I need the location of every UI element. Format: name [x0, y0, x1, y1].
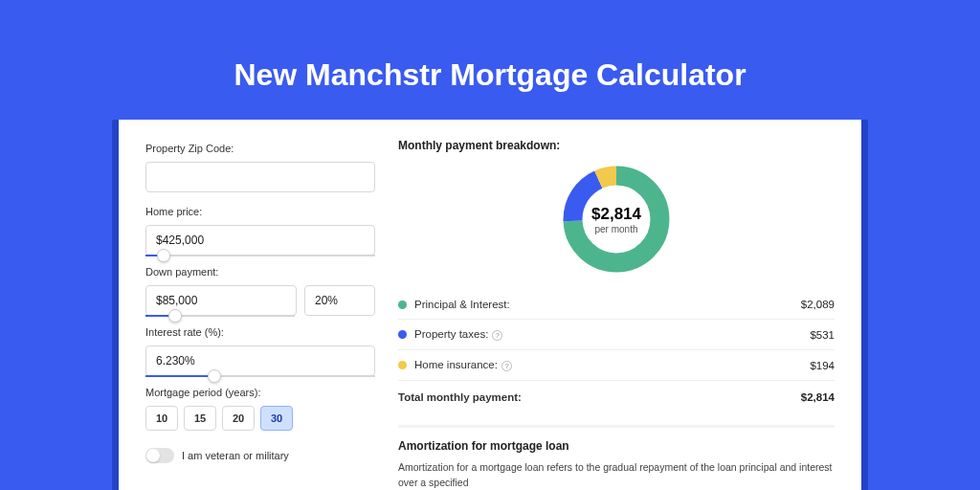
rate-label: Interest rate (%): [145, 326, 375, 338]
amortization-text: Amortization for a mortgage loan refers … [398, 460, 835, 490]
legend-value: $531 [810, 329, 835, 341]
period-option-20[interactable]: 20 [222, 406, 255, 431]
legend-label: Home insurance:? [414, 359, 810, 371]
legend-total-row: Total monthly payment:$2,814 [398, 381, 835, 412]
legend-value: $2,089 [801, 299, 835, 310]
rate-slider[interactable] [145, 375, 375, 377]
rate-input[interactable] [145, 345, 375, 376]
zip-input[interactable] [145, 162, 375, 192]
breakdown-panel: Monthly payment breakdown: $2,814 per mo… [398, 139, 835, 490]
legend-row-2: Home insurance:?$194 [398, 350, 835, 381]
down-percent-input[interactable] [304, 285, 375, 316]
amortization-section: Amortization for mortgage loan Amortizat… [398, 425, 835, 490]
donut-value: $2,814 [591, 205, 641, 224]
price-slider-thumb[interactable] [157, 249, 170, 262]
down-slider[interactable] [145, 315, 295, 317]
period-option-15[interactable]: 15 [184, 406, 216, 431]
down-slider-thumb[interactable] [168, 309, 182, 323]
info-icon[interactable]: ? [492, 330, 502, 341]
veteran-toggle[interactable] [145, 448, 174, 463]
card-shadow: Property Zip Code: Home price: Down paym… [112, 120, 868, 490]
total-label: Total monthly payment: [398, 391, 801, 403]
period-option-10[interactable]: 10 [145, 406, 178, 431]
rate-slider-thumb[interactable] [208, 369, 221, 383]
donut-sub: per month [594, 224, 637, 234]
calculator-card: Property Zip Code: Home price: Down paym… [119, 120, 861, 490]
down-amount-input[interactable] [145, 285, 297, 316]
legend-value: $194 [810, 360, 835, 371]
legend-label: Property taxes:? [414, 328, 810, 341]
legend-dot-icon [398, 330, 407, 339]
legend-row-1: Property taxes:?$531 [398, 320, 835, 350]
page-title: New Manchstr Mortgage Calculator [0, 0, 980, 120]
donut-chart: $2,814 per month [559, 162, 674, 277]
legend-dot-icon [398, 361, 407, 369]
period-option-30[interactable]: 30 [260, 406, 293, 431]
total-value: $2,814 [801, 391, 835, 403]
info-icon[interactable]: ? [501, 361, 512, 371]
period-options: 10152030 [145, 406, 375, 431]
toggle-knob [146, 449, 160, 462]
price-input[interactable] [145, 225, 375, 256]
legend: Principal & Interest:$2,089Property taxe… [398, 290, 835, 412]
form-panel: Property Zip Code: Home price: Down paym… [145, 139, 375, 490]
legend-dot-icon [398, 301, 407, 309]
breakdown-title: Monthly payment breakdown: [398, 139, 835, 152]
amortization-title: Amortization for mortgage loan [398, 439, 835, 453]
price-label: Home price: [145, 206, 375, 217]
down-label: Down payment: [145, 266, 375, 278]
period-label: Mortgage period (years): [145, 387, 375, 398]
price-slider[interactable] [145, 255, 375, 256]
legend-label: Principal & Interest: [414, 299, 801, 310]
veteran-label: I am veteran or military [182, 450, 289, 461]
legend-row-0: Principal & Interest:$2,089 [398, 290, 835, 320]
zip-label: Property Zip Code: [145, 143, 375, 154]
